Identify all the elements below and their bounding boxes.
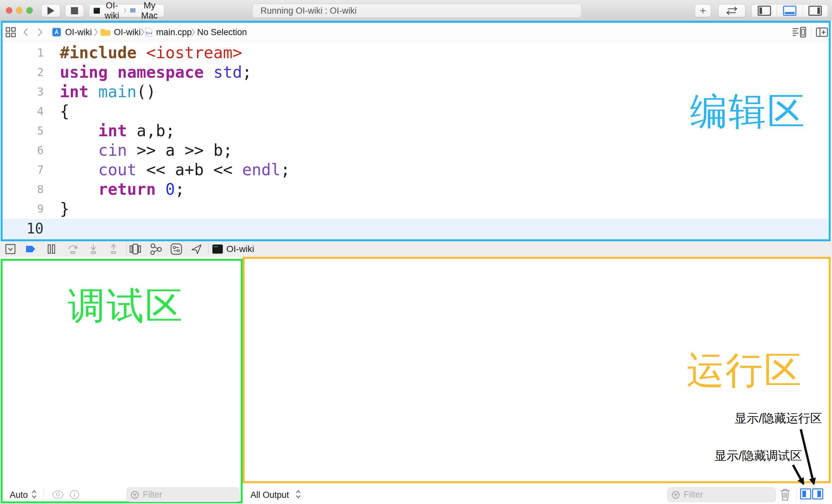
debug-memory-graph-button[interactable]: [150, 241, 162, 257]
source-editor[interactable]: 1#include <iostream>2using namespace std…: [3, 42, 829, 239]
toggle-navigator-button[interactable]: [752, 4, 777, 17]
breadcrumb-separator-icon: [140, 23, 145, 42]
scope-selector-chevrons-icon[interactable]: [31, 489, 37, 500]
close-window-button[interactable]: [6, 7, 12, 14]
info-button[interactable]: [70, 490, 79, 501]
stop-icon: [71, 7, 78, 14]
output-selector-chevrons-icon[interactable]: [295, 489, 301, 500]
related-items-grid-icon: [5, 27, 16, 38]
line-number: 10: [3, 219, 44, 238]
bar-divider: [796, 488, 797, 501]
environment-overrides-button[interactable]: [171, 241, 182, 257]
breadcrumb-folder-icon[interactable]: [100, 23, 110, 42]
show-hide-console-view-button[interactable]: [812, 488, 823, 500]
go-forward-button[interactable]: [37, 23, 43, 42]
variables-filter-input[interactable]: [142, 489, 235, 500]
view-hierarchy-icon: [129, 243, 141, 255]
chevron-left-icon: [23, 28, 29, 37]
simulate-location-button[interactable]: [190, 241, 202, 257]
code-line-10[interactable]: 10: [3, 219, 829, 239]
breadcrumb-separator-icon: [191, 23, 195, 42]
variables-scope-selector[interactable]: Auto: [10, 490, 28, 500]
breadcrumb-selection[interactable]: No Selection: [197, 23, 247, 42]
code-line-6[interactable]: 6 cin >> a >> b;: [3, 141, 829, 160]
breadcrumb-project[interactable]: OI-wiki: [65, 23, 92, 42]
toggle-debug-area-button[interactable]: [777, 4, 802, 17]
pause-icon: [47, 244, 56, 254]
add-editor-icon: [816, 27, 828, 37]
process-name-label[interactable]: OI-wiki: [226, 241, 254, 257]
related-items-button[interactable]: [5, 23, 16, 42]
console-filter-field[interactable]: [668, 487, 776, 502]
breadcrumb-file[interactable]: main.cpp: [156, 23, 192, 42]
line-number: 4: [3, 102, 44, 121]
line-number: 6: [3, 141, 44, 160]
quicklook-button[interactable]: [51, 490, 64, 500]
editor-area: OI-wiki OI-wiki C++ main.cpp: [1, 21, 831, 241]
code-line-8[interactable]: 8 return 0;: [3, 180, 829, 199]
cpp-file-icon: C++: [145, 27, 153, 37]
clear-console-button[interactable]: [779, 488, 791, 502]
debug-toolbar: OI-wiki: [0, 241, 832, 257]
terminal-scheme-icon: [94, 6, 100, 15]
step-over-button[interactable]: [67, 241, 79, 257]
step-into-button[interactable]: [87, 241, 99, 257]
line-number: 9: [3, 199, 44, 219]
adjust-editor-button[interactable]: [792, 23, 806, 42]
code-line-1[interactable]: 1#include <iostream>: [3, 43, 829, 63]
laptop-icon: [129, 7, 136, 15]
info-icon: [70, 490, 79, 500]
run-button[interactable]: [41, 4, 60, 17]
line-number: 8: [3, 180, 44, 199]
scheme-device-label: My Mac: [139, 1, 159, 21]
editor-mode-button[interactable]: [718, 4, 746, 17]
editor-area-annotation: 编辑区: [690, 86, 806, 137]
chevron-right-icon: [37, 28, 43, 37]
chevron-separator-icon: [124, 7, 127, 15]
show-hide-debug-view-button[interactable]: [800, 488, 811, 500]
left-panel-icon: [757, 5, 771, 16]
debug-area-annotation: 调试区: [68, 281, 184, 331]
step-into-icon: [88, 244, 99, 254]
xcode-project-icon: [52, 28, 61, 37]
minimize-window-button[interactable]: [16, 7, 22, 14]
add-button[interactable]: [695, 4, 711, 17]
console-area-annotation: 运行区: [686, 345, 803, 396]
dock-chevron-icon: [5, 244, 16, 254]
code-line-7[interactable]: 7 cout << a+b << endl;: [3, 160, 829, 180]
toolbar-divider: [126, 243, 127, 255]
debug-view-hierarchy-button[interactable]: [129, 241, 141, 257]
add-editor-button[interactable]: [816, 23, 828, 42]
breadcrumb-file-icon[interactable]: C++: [145, 23, 153, 42]
overrides-icon: [171, 243, 182, 255]
breadcrumb-project-icon[interactable]: [52, 23, 61, 42]
console-filter-input[interactable]: [683, 489, 772, 500]
toolbar-divider: [208, 243, 208, 255]
window-titlebar: OI-wiki My Mac Running OI-wiki : OI-wiki: [0, 0, 832, 21]
process-icon: [212, 241, 223, 257]
hide-debug-area-button[interactable]: [4, 241, 16, 257]
zoom-window-button[interactable]: [26, 7, 33, 14]
stop-button[interactable]: [65, 4, 84, 17]
trash-icon: [779, 488, 791, 501]
breakpoints-toggle-button[interactable]: [25, 241, 36, 257]
line-number: 7: [3, 160, 44, 180]
line-number: 3: [3, 82, 44, 102]
jumpbar-divider: [811, 26, 811, 38]
eye-icon: [51, 490, 64, 499]
pause-continue-button[interactable]: [46, 241, 57, 257]
step-out-button[interactable]: [108, 241, 120, 257]
activity-viewer: Running OI-wiki : OI-wiki: [252, 4, 581, 18]
breadcrumb-folder[interactable]: OI-wiki: [114, 23, 141, 42]
go-back-button[interactable]: [23, 23, 29, 42]
filter-icon: [131, 490, 139, 500]
plus-icon: [700, 6, 706, 15]
bar-divider: [44, 488, 44, 501]
variables-filter-field[interactable]: [127, 487, 240, 502]
line-number: 2: [3, 63, 44, 82]
console-output-selector[interactable]: All Output: [251, 490, 289, 500]
code-line-9[interactable]: 9}: [3, 199, 829, 219]
scheme-selector[interactable]: OI-wiki My Mac: [89, 4, 164, 17]
toggle-inspector-button[interactable]: [802, 4, 828, 17]
code-line-2[interactable]: 2using namespace std;: [3, 63, 829, 82]
